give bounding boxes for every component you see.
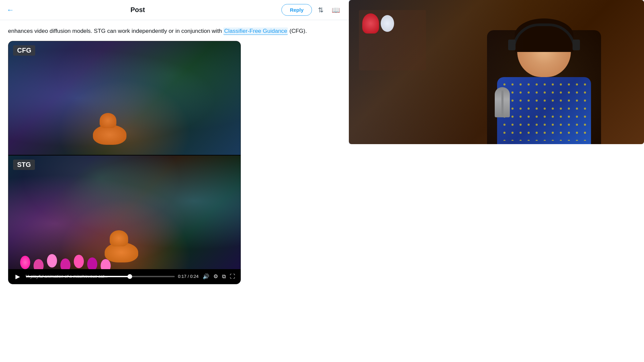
video-divider bbox=[8, 155, 240, 156]
cfg-label: CFG bbox=[13, 45, 35, 56]
play-button[interactable]: ▶ bbox=[13, 272, 22, 281]
reader-icon[interactable]: 📖 bbox=[330, 4, 342, 16]
page-title: Post bbox=[21, 6, 255, 14]
screen-glow bbox=[349, 0, 644, 144]
video-player: CFG STG ▶ "A playful animation of a misc… bbox=[8, 41, 241, 284]
post-text-after: (CFG). bbox=[289, 28, 307, 34]
pip-icon[interactable]: ⧉ bbox=[221, 273, 226, 280]
classifier-free-guidance-link[interactable]: Classifier-Free Guidance bbox=[223, 27, 288, 35]
cat-animation-cfg bbox=[90, 118, 130, 145]
control-icons: 🔊 ⚙ ⧉ ⛶ bbox=[202, 273, 236, 280]
main-content: enhances video diffusion models. STG can… bbox=[0, 20, 349, 284]
header-bar: ← Post Reply ⇅ 📖 bbox=[0, 0, 349, 20]
settings-icon[interactable]: ⚙ bbox=[213, 273, 219, 280]
volume-icon[interactable]: 🔊 bbox=[202, 273, 210, 280]
video-panel-cfg: CFG bbox=[8, 41, 240, 155]
video-caption: "A playful animation of a mischievous ca… bbox=[25, 274, 190, 279]
post-text-before: enhances video diffusion models. STG can… bbox=[8, 28, 222, 34]
cat-animation-stg bbox=[101, 234, 142, 262]
total-time: 0:24 bbox=[190, 274, 199, 279]
reply-button[interactable]: Reply bbox=[281, 4, 312, 16]
webcam-feed bbox=[349, 0, 644, 144]
post-text: enhances video diffusion models. STG can… bbox=[8, 27, 341, 36]
back-button[interactable]: ← bbox=[7, 6, 14, 14]
video-split: CFG STG bbox=[8, 41, 240, 269]
webcam-overlay bbox=[349, 0, 644, 144]
stg-label: STG bbox=[13, 160, 35, 170]
header-actions: Reply ⇅ 📖 bbox=[281, 4, 342, 16]
video-panel-stg: STG bbox=[8, 156, 240, 269]
video-controls: ▶ "A playful animation of a mischievous … bbox=[8, 269, 240, 284]
adjust-icon[interactable]: ⇅ bbox=[316, 4, 326, 16]
fullscreen-icon[interactable]: ⛶ bbox=[229, 273, 236, 280]
